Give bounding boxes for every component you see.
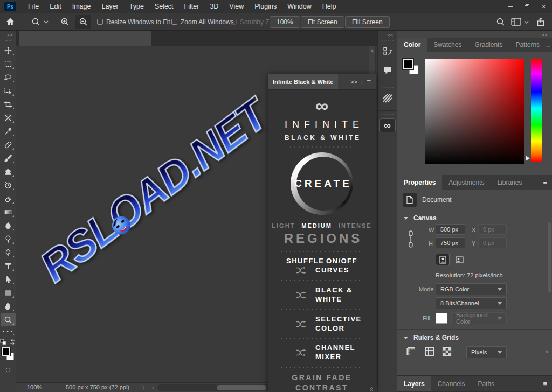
tab-paths[interactable]: Paths — [471, 376, 501, 391]
tool-crop[interactable] — [1, 97, 16, 111]
dock-collapse-chevrons[interactable]: >> — [397, 31, 552, 38]
scroll-down-chevron[interactable]: ∨ — [545, 349, 549, 354]
color-mode-dropdown[interactable]: RGB Color — [436, 283, 507, 295]
bit-depth-dropdown[interactable]: 8 Bits/Channel — [436, 297, 507, 309]
region-row-black-white[interactable]: BLACK & WHITE — [268, 286, 376, 304]
zoom-value-button[interactable]: 100% — [270, 13, 300, 30]
tool-blur[interactable] — [1, 219, 16, 232]
zoom-in-button[interactable] — [60, 13, 70, 30]
swap-colors-icon[interactable] — [9, 339, 16, 345]
tab-gradients[interactable]: Gradients — [468, 38, 509, 52]
menu-item-select[interactable]: Select — [149, 0, 179, 13]
canvas-section-heading[interactable]: Canvas — [413, 214, 437, 222]
tool-rectangular-marquee[interactable] — [1, 57, 16, 71]
shuffle-icon[interactable] — [296, 349, 308, 356]
panel-expand-chevrons[interactable]: >> — [350, 79, 357, 85]
tool-history-brush[interactable] — [1, 178, 16, 192]
fit-screen-button[interactable]: Fit Screen — [301, 13, 344, 30]
share-button[interactable] — [536, 13, 545, 30]
dock-item-history[interactable] — [378, 39, 397, 62]
menu-item-help[interactable]: Help — [317, 0, 342, 13]
tool-clone-stamp[interactable] — [1, 165, 16, 178]
search-button[interactable] — [496, 13, 505, 30]
dock-collapse-chevrons[interactable]: << — [378, 31, 397, 39]
tool-dodge[interactable] — [1, 232, 16, 246]
vertical-scrollbar[interactable]: ∧ — [369, 46, 376, 75]
menu-item-layer[interactable]: Layer — [96, 0, 123, 13]
tool-frame[interactable] — [1, 111, 16, 124]
tab-swatches[interactable]: Swatches — [427, 38, 468, 52]
menu-item-view[interactable]: View — [224, 0, 249, 13]
zoom-all-windows-checkbox[interactable]: Zoom All Windows — [171, 13, 234, 30]
onoff-toggle[interactable]: ON/OFF — [326, 257, 357, 265]
saturation-brightness-field[interactable] — [425, 59, 524, 164]
tab-properties[interactable]: Properties — [397, 175, 442, 190]
rulers-grids-section-heading[interactable]: Rulers & Grids — [413, 334, 459, 341]
tool-pen[interactable] — [1, 246, 16, 259]
orientation-landscape-button[interactable] — [452, 254, 466, 265]
scroll-left-arrow[interactable]: ‹ — [152, 384, 154, 390]
workspace-switcher[interactable] — [511, 13, 529, 30]
minimize-button[interactable] — [502, 0, 519, 13]
home-button[interactable] — [5, 13, 15, 30]
dock-item-infinite-plugin[interactable]: ∞ — [378, 113, 397, 137]
tool-gradient[interactable] — [1, 205, 16, 219]
tool-object-selection[interactable] — [1, 84, 16, 97]
menu-item-file[interactable]: File — [23, 0, 44, 13]
menu-item-edit[interactable]: Edit — [44, 0, 67, 13]
tool-brush[interactable] — [1, 151, 16, 165]
zoom-tool-preset[interactable] — [31, 13, 49, 30]
hue-slider-bar[interactable] — [531, 59, 542, 162]
intensity-medium[interactable]: MEDIUM — [301, 222, 332, 229]
tab-patterns[interactable]: Patterns — [509, 38, 546, 52]
section-chevron-icon[interactable] — [404, 217, 408, 220]
foreground-color-swatch[interactable] — [403, 59, 413, 69]
menu-item-filter[interactable]: Filter — [179, 0, 205, 13]
default-colors-icon[interactable] — [0, 339, 6, 345]
menu-item-type[interactable]: Type — [124, 0, 149, 13]
intensity-intense[interactable]: INTENSE — [339, 222, 372, 229]
tool-path-selection[interactable] — [1, 272, 16, 286]
units-dropdown[interactable]: Pixels — [466, 346, 507, 358]
fill-screen-button[interactable]: Fill Screen — [345, 13, 390, 30]
region-row-channel-mixer[interactable]: CHANNEL MIXER — [268, 344, 376, 362]
tab-libraries[interactable]: Libraries — [491, 175, 528, 190]
document-tab[interactable] — [19, 31, 151, 46]
edit-toolbar-button[interactable]: • • • — [1, 326, 16, 337]
tab-adjustments[interactable]: Adjustments — [442, 175, 491, 190]
restore-button[interactable] — [519, 0, 535, 13]
plugin-tab[interactable]: Infinite Black & White — [268, 74, 338, 89]
tab-layers[interactable]: Layers — [397, 376, 431, 391]
scroll-up-arrow[interactable]: ∧ — [371, 48, 374, 53]
tool-spot-healing-brush[interactable] — [1, 138, 16, 151]
status-zoom-field[interactable]: 100% — [27, 384, 42, 390]
horizontal-scrollbar-thumb[interactable] — [217, 385, 266, 390]
menu-item-3d[interactable]: 3D — [204, 0, 224, 13]
status-info-chevron[interactable]: 〉 — [142, 384, 148, 392]
height-input[interactable]: 750 px — [436, 237, 465, 248]
shuffle-icon[interactable] — [296, 291, 308, 299]
dock-item-comments[interactable] — [378, 62, 397, 82]
tool-type[interactable] — [1, 259, 16, 272]
intensity-light[interactable]: LIGHT — [272, 222, 295, 229]
tool-eraser[interactable] — [1, 192, 16, 205]
tab-channels[interactable]: Channels — [431, 376, 472, 391]
panel-menu-icon[interactable]: ≡ — [543, 175, 552, 190]
transparency-grid-button[interactable] — [440, 345, 454, 358]
shuffle-all-button[interactable]: SHUFFLE — [286, 257, 324, 265]
panel-menu-icon[interactable]: ≡ — [543, 376, 552, 391]
photoshop-app-icon[interactable]: Ps — [4, 2, 16, 11]
rulers-toggle-button[interactable] — [404, 345, 418, 358]
fill-color-swatch[interactable] — [436, 313, 447, 324]
panel-menu-icon[interactable]: ≡ — [546, 38, 552, 52]
tool-move[interactable] — [1, 44, 16, 57]
menu-item-image[interactable]: Image — [67, 0, 96, 13]
panel-resize-grip[interactable] — [370, 387, 375, 391]
tab-color[interactable]: Color — [397, 38, 427, 52]
toolbar-collapse-chevrons[interactable]: >> — [0, 31, 16, 39]
shuffle-icon[interactable] — [296, 267, 308, 274]
region-row-selective-color[interactable]: SELECTIVE COLOR — [268, 315, 376, 333]
tool-hand[interactable] — [1, 299, 16, 313]
link-dimensions-icon[interactable] — [407, 230, 415, 248]
grain-fade-contrast-heading[interactable]: GRAIN FADE CONTRAST — [287, 373, 357, 392]
